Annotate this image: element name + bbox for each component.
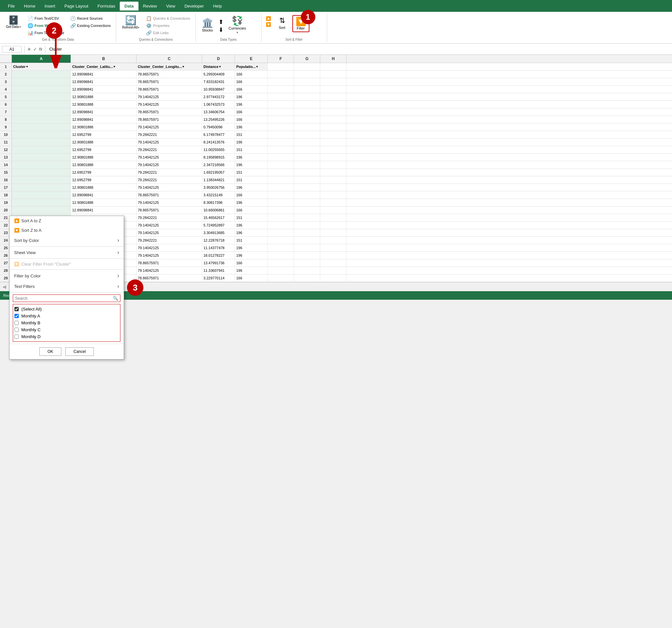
cell-e1[interactable]: Populatio... ▾ — [235, 63, 268, 70]
cell-c7[interactable]: 78.86575971 — [137, 108, 202, 116]
cell-g1[interactable] — [294, 63, 320, 70]
tab-home[interactable]: Home — [19, 2, 40, 10]
tab-help[interactable]: Help — [208, 2, 226, 10]
cell-f6[interactable] — [268, 101, 294, 108]
cell-d21[interactable]: 15.46562617 — [202, 214, 235, 221]
cell-g8[interactable] — [294, 116, 320, 123]
cell-f14[interactable] — [268, 161, 294, 168]
cell-d17[interactable]: 3.950026756 — [202, 184, 235, 191]
cell-f3[interactable] — [268, 78, 294, 85]
cell-d14[interactable]: 2.347218566 — [202, 161, 235, 168]
cell-a4[interactable] — [12, 86, 71, 93]
sort-button[interactable]: ⇅ Sort — [274, 15, 290, 31]
cell-d15[interactable]: 1.692195057 — [202, 169, 235, 176]
cell-d27[interactable]: 13.47991736 — [202, 259, 235, 266]
cell-f19[interactable] — [268, 199, 294, 206]
cell-h15[interactable] — [320, 169, 346, 176]
cell-g3[interactable] — [294, 78, 320, 85]
tab-formulas[interactable]: Formulas — [93, 2, 120, 10]
col-header-a[interactable]: A — [12, 55, 71, 63]
cell-c2[interactable]: 78.86575971 — [137, 71, 202, 78]
cell-e12[interactable]: 151 — [235, 146, 268, 153]
cell-g5[interactable] — [294, 93, 320, 100]
queries-connections-button[interactable]: 📋 Queries & Connections — [144, 15, 192, 22]
cell-b6[interactable]: 12.90801888 — [71, 101, 137, 108]
cell-g20[interactable] — [294, 207, 320, 214]
cell-a11[interactable] — [12, 139, 71, 146]
stocks-button[interactable]: 🏛️ Stocks — [199, 17, 216, 33]
cell-a7[interactable] — [12, 108, 71, 116]
cell-a2[interactable] — [12, 71, 71, 78]
cell-b20[interactable]: 12.89098841 — [71, 207, 137, 214]
tab-insert[interactable]: Insert — [40, 2, 60, 10]
cell-c6[interactable]: 79.14042125 — [137, 101, 202, 108]
cell-h28[interactable] — [320, 267, 346, 274]
filter-sort-za[interactable]: 🔽 Sort Z to A — [9, 226, 124, 235]
cell-d7[interactable]: 13.34606754 — [202, 108, 235, 116]
cell-g24[interactable] — [294, 237, 320, 244]
cell-h16[interactable] — [320, 176, 346, 184]
cell-f11[interactable] — [268, 139, 294, 146]
cell-g4[interactable] — [294, 86, 320, 93]
cell-f24[interactable] — [268, 237, 294, 244]
cell-g23[interactable] — [294, 229, 320, 236]
cell-f15[interactable] — [268, 169, 294, 176]
tab-developer[interactable]: Developer — [180, 2, 208, 10]
cell-h24[interactable] — [320, 237, 346, 244]
cell-b15[interactable]: 12.6952799 — [71, 169, 137, 176]
col-header-g[interactable]: G — [294, 55, 320, 63]
checkbox-monthly-c[interactable] — [15, 328, 19, 332]
cell-d9[interactable]: 0.79450096 — [202, 123, 235, 131]
cell-b3[interactable]: 12.89098841 — [71, 78, 137, 85]
cell-f9[interactable] — [268, 123, 294, 131]
cell-d6[interactable]: 1.067432573 — [202, 101, 235, 108]
cell-e15[interactable]: 151 — [235, 169, 268, 176]
cell-d11[interactable]: 8.241413576 — [202, 139, 235, 146]
cell-a10[interactable] — [12, 131, 71, 138]
sort-up-icon[interactable]: ⬆ — [218, 18, 223, 26]
cell-c19[interactable]: 79.14042125 — [137, 199, 202, 206]
filter-search-input[interactable] — [15, 296, 112, 301]
cell-a6[interactable] — [12, 101, 71, 108]
cell-c5[interactable]: 79.14042125 — [137, 93, 202, 100]
cell-h26[interactable] — [320, 252, 346, 259]
cell-a3[interactable] — [12, 78, 71, 85]
sort-az-button[interactable]: 🔼 — [265, 16, 272, 21]
cell-c13[interactable]: 79.14042125 — [137, 154, 202, 161]
filter-sheet-view[interactable]: Sheet View — [9, 247, 124, 258]
cell-d24[interactable]: 12.22876718 — [202, 237, 235, 244]
function-icon[interactable]: fx — [39, 47, 42, 51]
cell-a13[interactable] — [12, 154, 71, 161]
filter-text-filters[interactable]: Text Filters — [9, 281, 124, 292]
cell-h20[interactable] — [320, 207, 346, 214]
cell-d28[interactable]: 11.33607941 — [202, 267, 235, 274]
cell-d22[interactable]: 5.724952897 — [202, 222, 235, 229]
cell-d1[interactable]: Distance ▾ — [202, 63, 235, 70]
cell-b17[interactable]: 12.90801888 — [71, 184, 137, 191]
cell-c23[interactable]: 79.14042125 — [137, 229, 202, 236]
cell-f25[interactable] — [268, 244, 294, 252]
cell-c11[interactable]: 79.14042125 — [137, 139, 202, 146]
existing-connections-button[interactable]: 🔗 Existing Connections — [68, 22, 113, 29]
cell-g21[interactable] — [294, 214, 320, 221]
edit-links-button[interactable]: 🔗 Edit Links — [144, 29, 192, 36]
col-header-c[interactable]: C — [137, 55, 202, 63]
cell-f13[interactable] — [268, 154, 294, 161]
cell-c3[interactable]: 78.86575971 — [137, 78, 202, 85]
cell-d16[interactable]: 1.138344821 — [202, 176, 235, 184]
recent-sources-button[interactable]: 🕐 Recent Sources — [68, 15, 113, 22]
cell-c14[interactable]: 79.14042125 — [137, 161, 202, 168]
first-sheet-btn[interactable]: ⊲ — [1, 284, 8, 290]
cell-a15[interactable] — [12, 169, 71, 176]
cell-g25[interactable] — [294, 244, 320, 252]
tab-view[interactable]: View — [162, 2, 180, 10]
cell-b19[interactable]: 12.90801888 — [71, 199, 137, 206]
cell-c10[interactable]: 79.2842221 — [137, 131, 202, 138]
col-header-d[interactable]: D — [202, 55, 235, 63]
cell-e10[interactable]: 151 — [235, 131, 268, 138]
cell-g6[interactable] — [294, 101, 320, 108]
cell-f10[interactable] — [268, 131, 294, 138]
cell-h2[interactable] — [320, 71, 346, 78]
cell-a18[interactable] — [12, 191, 71, 199]
filter-by-color[interactable]: Filter by Color — [9, 271, 124, 281]
